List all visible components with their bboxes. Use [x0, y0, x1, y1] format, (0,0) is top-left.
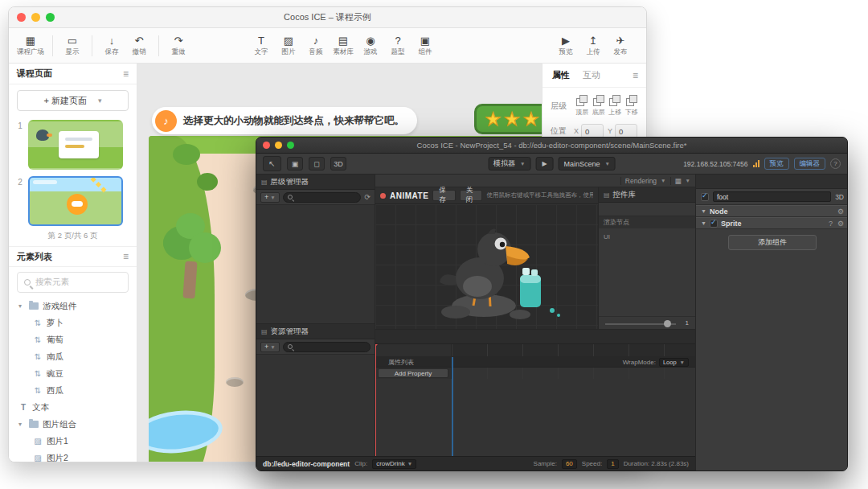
toolbar-item-library[interactable]: ▤素材库	[330, 35, 356, 57]
layer-action[interactable]: 下移	[624, 95, 641, 117]
play-button[interactable]: ▶	[535, 157, 553, 171]
toolbar-item-quiz[interactable]: ?题型	[385, 35, 411, 57]
toolbar-item-component[interactable]: ▣组件	[412, 35, 438, 57]
sample-field[interactable]: 60	[562, 459, 577, 469]
help-icon[interactable]: ?	[830, 158, 841, 169]
clip-dropdown[interactable]: crowDrink▼	[372, 459, 416, 469]
add-component-button[interactable]: 添加组件	[728, 235, 817, 250]
wrapmode-dropdown[interactable]: Loop▼	[659, 358, 689, 367]
speed-field[interactable]: 1	[607, 459, 618, 469]
toolbar-item-redo[interactable]: ↷重做	[166, 35, 191, 57]
node-name-field[interactable]: foot	[713, 191, 831, 202]
preview-button[interactable]: 预览	[764, 158, 789, 170]
toolbar-item-display[interactable]: ▭显示	[59, 35, 85, 57]
creator-left-panels: ▤层级管理器 +▼ ⟳ ▤资源管理器 +▼	[256, 175, 375, 456]
desktop: Cocos ICE – 课程示例 ▦课程广场▭显示↓保存↶撤销↷重做 T文字▨图…	[0, 0, 868, 489]
playhead[interactable]	[375, 344, 376, 456]
toolbar-item-publish[interactable]: ✈发布	[608, 35, 633, 57]
minimize-button[interactable]	[31, 13, 40, 22]
toolbar-item-audio[interactable]: ♪音频	[303, 35, 329, 57]
new-page-button[interactable]: + 新建页面 ▾	[17, 90, 129, 111]
slider-thumb[interactable]	[664, 320, 671, 327]
element-tree-item[interactable]: ⇅葡萄	[9, 331, 137, 348]
widget-library-header[interactable]: ▤控件库	[599, 187, 695, 203]
gear-icon[interactable]: ⚙	[837, 208, 844, 216]
rendering-dropdown[interactable]: Rendering	[625, 177, 657, 185]
zoom-button[interactable]	[287, 142, 294, 149]
element-tree-item[interactable]: T文本	[9, 399, 137, 416]
layer-action[interactable]: 上移	[607, 95, 624, 117]
refresh-icon[interactable]: ⟳	[364, 193, 371, 201]
element-tree-item[interactable]: ▾图片组合	[9, 416, 137, 433]
toolbar-item-save[interactable]: ↓保存	[99, 35, 125, 57]
element-tree-item[interactable]: ▨图片2	[9, 450, 137, 462]
create-node-button[interactable]: +▼	[260, 192, 280, 203]
sprite-section-header[interactable]: ▼ Sprite ? ⚙	[696, 217, 848, 229]
layer-action[interactable]: 顶层	[574, 95, 591, 117]
speed-label: Speed:	[582, 460, 602, 467]
hierarchy-panel: ▤层级管理器 +▼ ⟳	[256, 175, 375, 324]
toolbar-publish-group: ▶预览↥上传✈发布	[553, 35, 633, 57]
animate-label: ANIMATE	[390, 191, 428, 200]
element-tree: ▾游戏组件⇅萝卜⇅葡萄⇅南瓜⇅豌豆⇅西瓜T文本▾图片组合▨图片1▨图片2	[9, 298, 137, 462]
page-thumbnail[interactable]	[28, 176, 123, 226]
toolbar-item-game[interactable]: ◉游戏	[358, 35, 383, 57]
toolbar-item-image[interactable]: ▨图片	[276, 35, 301, 57]
pages-panel-header: 课程页面 ≡	[9, 64, 137, 84]
menu-icon[interactable]: ≡	[123, 68, 129, 80]
is3d-toggle[interactable]: 3D	[835, 193, 844, 201]
toolbar-item-label: 显示	[66, 47, 80, 57]
editor-button[interactable]: 编辑器	[794, 158, 826, 170]
element-tree-item[interactable]: ▾游戏组件	[9, 298, 137, 314]
hierarchy-header[interactable]: ▤层级管理器	[256, 175, 375, 190]
menu-icon[interactable]: ≡	[123, 251, 129, 262]
assets-header[interactable]: ▤资源管理器	[256, 324, 375, 339]
display-mode-icon[interactable]: ▦	[675, 177, 682, 185]
new-page-label: + 新建页面	[43, 95, 86, 107]
add-property-button[interactable]: Add Property	[378, 368, 448, 378]
crow-character[interactable]	[399, 208, 584, 324]
assets-search-input[interactable]	[283, 342, 371, 352]
save-animation-button[interactable]: 保存	[432, 190, 456, 201]
speaker-icon[interactable]: ♪	[155, 110, 177, 132]
node-section-header[interactable]: ▼ Node ⚙	[696, 205, 848, 217]
simulator-dropdown[interactable]: 模拟器▼	[488, 157, 530, 171]
create-asset-button[interactable]: +▼	[260, 342, 280, 352]
close-button[interactable]	[17, 13, 26, 22]
toolbar-item-undo[interactable]: ↶撤销	[126, 35, 152, 57]
toolbar-item-upload[interactable]: ↥上传	[580, 35, 606, 57]
toolbar-item-label: 文字	[255, 47, 268, 57]
close-animation-button[interactable]: 关闭	[460, 190, 483, 201]
scene-viewport[interactable]	[375, 204, 598, 329]
toolbar-item-preview[interactable]: ▶预览	[553, 35, 579, 57]
mode-3d-button[interactable]: 3D	[330, 157, 346, 171]
tab-interaction[interactable]: 互动	[583, 69, 600, 81]
toolbar-item-course-plaza[interactable]: ▦课程广场	[15, 35, 46, 57]
element-tree-item[interactable]: ▨图片1	[9, 433, 137, 450]
toolbar-item-text[interactable]: T文字	[248, 35, 274, 57]
element-search-input[interactable]: 搜索元素	[17, 272, 129, 293]
gear-icon[interactable]: ⚙	[837, 220, 844, 228]
close-button[interactable]	[263, 142, 270, 149]
sprite-enabled-checkbox[interactable]	[710, 220, 718, 228]
gizmo-pivot-button[interactable]: ▣	[287, 157, 303, 171]
timeline-ruler[interactable]	[452, 344, 695, 356]
wrapmode-value: Loop	[663, 359, 677, 366]
minimize-button[interactable]	[275, 142, 282, 149]
menu-icon[interactable]: ≡	[633, 70, 638, 81]
hierarchy-search-input[interactable]	[283, 192, 362, 203]
element-tree-item[interactable]: ⇅豌豆	[9, 365, 137, 382]
element-tree-item[interactable]: ⇅西瓜	[9, 382, 137, 399]
tab-properties[interactable]: 属性	[552, 69, 570, 81]
help-icon[interactable]: ?	[829, 220, 833, 228]
element-tree-item[interactable]: ⇅萝卜	[9, 314, 137, 331]
scene-dropdown[interactable]: MainScene▼	[558, 157, 615, 171]
panel-icon: ▤	[261, 328, 268, 335]
layer-action[interactable]: 底层	[591, 95, 608, 117]
node-active-checkbox[interactable]	[701, 193, 709, 201]
scene-mini-toolbar: Rendering ▼ ▦ ▼	[375, 175, 695, 187]
gizmo-space-button[interactable]: ◻	[309, 157, 325, 171]
page-thumbnail[interactable]	[28, 120, 123, 170]
element-tree-item[interactable]: ⇅南瓜	[9, 348, 137, 365]
zoom-button[interactable]	[46, 13, 55, 22]
